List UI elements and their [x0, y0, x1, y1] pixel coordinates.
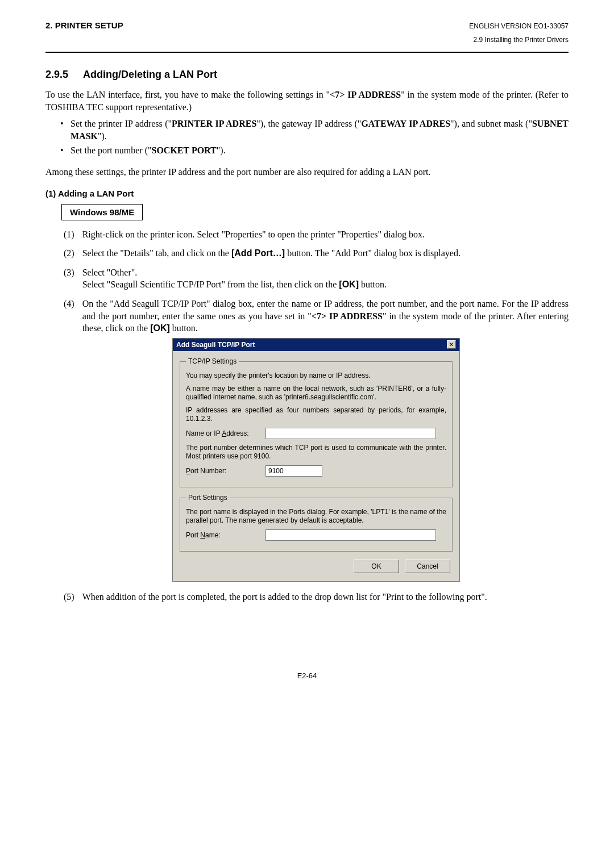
os-box: Windows 98/ME [61, 204, 143, 220]
step-3: Select "Other". Select "Seagull Scientif… [82, 266, 569, 291]
intro-paragraph-2: Among these settings, the printer IP add… [45, 166, 569, 178]
dialog-title: Add Seagull TCP/IP Port [176, 340, 255, 349]
page-footer: E2-64 [45, 671, 569, 680]
add-port-dialog: Add Seagull TCP/IP Port × TCP/IP Setting… [172, 338, 460, 582]
port-settings-legend: Port Settings [186, 493, 230, 502]
header-chapter: 2. PRINTER SETUP [45, 20, 123, 30]
step-number-1: (1) [64, 228, 74, 241]
step-1: Right-click on the printer icon. Select … [82, 228, 569, 241]
dialog-text-2: A name may be either a name on the local… [186, 385, 446, 402]
port-settings-group: Port Settings The port name is displayed… [180, 493, 453, 552]
dialog-text-4: The port number determines which TCP por… [186, 444, 446, 461]
header-version: ENGLISH VERSION EO1-33057 [469, 22, 569, 30]
header-rule [45, 52, 569, 53]
step-number-2: (2) [64, 247, 74, 260]
section-title: Adding/Deleting a LAN Port [83, 69, 217, 80]
port-number-input[interactable] [265, 465, 322, 477]
port-number-label: Port Number: [186, 466, 260, 475]
dialog-text-5: The port name is displayed in the Ports … [186, 508, 446, 525]
tcpip-legend: TCP/IP Settings [186, 357, 239, 366]
step-4: On the "Add Seagull TCP/IP Port" dialog … [82, 298, 569, 335]
port-name-label: Port Name: [186, 531, 260, 540]
tcpip-settings-group: TCP/IP Settings You may specify the prin… [180, 357, 453, 487]
intro-paragraph-1: To use the LAN interface, first, you hav… [45, 89, 569, 113]
header-sub: 2.9 Installing the Printer Drivers [45, 36, 569, 44]
port-name-input[interactable] [265, 529, 436, 541]
cancel-button[interactable]: Cancel [405, 560, 450, 573]
ip-address-input[interactable] [265, 428, 436, 439]
ip-address-label: Name or IP Address: [186, 429, 260, 438]
step-5: When addition of the port is completed, … [82, 591, 569, 603]
sub-heading: (1) Adding a LAN Port [45, 189, 569, 198]
step-number-5: (5) [64, 591, 74, 603]
step-number-3: (3) [64, 266, 74, 291]
step-number-4: (4) [64, 298, 74, 335]
ok-button[interactable]: OK [354, 560, 399, 573]
step-2: Select the "Details" tab, and click on t… [82, 247, 569, 260]
section-number: 2.9.5 [45, 69, 68, 81]
dialog-text-3: IP addresses are specified as four numbe… [186, 406, 446, 423]
dialog-text-1: You may specify the printer's location b… [186, 372, 446, 380]
bullet-item-2: Set the port number ("SOCKET PORT"). [70, 144, 569, 157]
bullet-item-1: Set the printer IP address ("PRINTER IP … [70, 118, 569, 142]
close-icon[interactable]: × [447, 340, 456, 349]
